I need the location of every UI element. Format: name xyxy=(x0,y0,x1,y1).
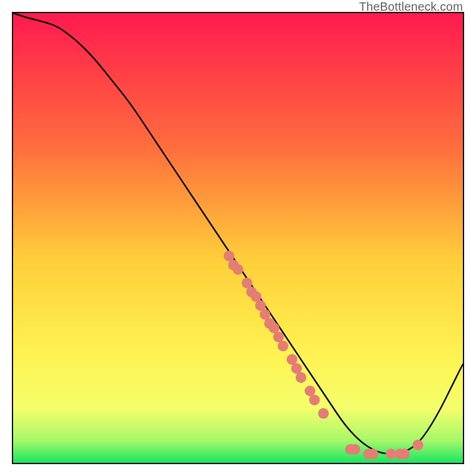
data-point xyxy=(318,408,329,419)
data-point xyxy=(278,340,289,351)
data-point xyxy=(399,449,410,459)
chart-svg xyxy=(13,13,463,463)
data-point-dots xyxy=(224,250,424,459)
data-point xyxy=(368,449,378,459)
bottleneck-curve xyxy=(13,13,463,454)
data-point xyxy=(233,264,243,275)
curve-path xyxy=(13,13,463,454)
data-point xyxy=(412,440,423,450)
chart-stage: TheBottleneck.com xyxy=(0,0,476,476)
data-point xyxy=(296,372,306,383)
data-point xyxy=(350,444,361,455)
data-point xyxy=(309,394,320,405)
plot-area xyxy=(12,12,464,464)
